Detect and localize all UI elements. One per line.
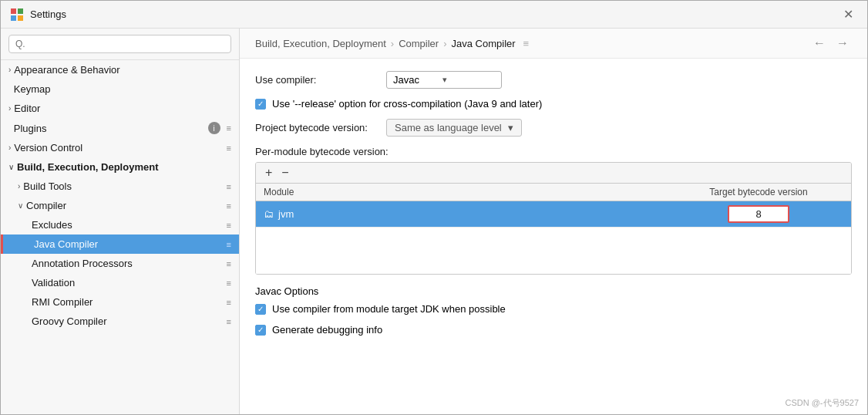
sidebar-item-label: Version Control [14, 142, 223, 154]
close-button[interactable]: ✕ [839, 5, 858, 23]
search-input[interactable] [8, 35, 231, 53]
sidebar-item-label: Keymap [14, 83, 231, 95]
table-header: Module Target bytecode version [256, 184, 851, 201]
sidebar-item-plugins[interactable]: Plugins i ≡ [1, 118, 239, 138]
cross-compile-row: ✓ Use '--release' option for cross-compi… [255, 98, 852, 110]
sidebar-item-java-compiler[interactable]: Java Compiler ≡ [1, 234, 239, 254]
watermark: CSDN @-代号9527 [785, 397, 859, 409]
window-title: Settings [30, 8, 66, 20]
compiler-select-dropdown[interactable]: Javac ▾ [386, 71, 502, 89]
sidebar-item-label: Compiler [26, 200, 224, 211]
add-row-button[interactable]: + [262, 166, 275, 180]
info-badge: i [208, 122, 220, 134]
settings-content: Use compiler: Javac ▾ ✓ Use '--release' … [240, 59, 867, 414]
javac-opt1-row: ✓ Use compiler from module target JDK wh… [255, 303, 852, 315]
svg-rect-2 [11, 15, 16, 21]
scroll-icon: ≡ [227, 201, 231, 211]
sidebar-item-keymap[interactable]: Keymap [1, 79, 239, 99]
scroll-icon: ≡ [227, 317, 231, 326]
main-panel: Build, Execution, Deployment › Compiler … [240, 29, 867, 414]
arrow-icon: › [8, 104, 11, 113]
breadcrumb-part-1: Build, Execution, Deployment [255, 38, 386, 49]
sidebar-item-label: Appearance & Behavior [14, 64, 231, 76]
table-body: 🗂 jvm 8 [256, 201, 851, 274]
compiler-select-value: Javac [393, 74, 419, 86]
use-compiler-label: Use compiler: [255, 74, 378, 86]
javac-opt2-label: Generate debugging info [272, 324, 382, 336]
sidebar-item-rmi-compiler[interactable]: RMI Compiler ≡ [1, 292, 239, 312]
sidebar-item-build-tools[interactable]: › Build Tools ≡ [1, 177, 239, 196]
sidebar-item-label: Build, Execution, Deployment [17, 161, 231, 173]
javac-opt1-checkbox[interactable]: ✓ [255, 304, 266, 315]
cross-compile-label: Use '--release' option for cross-compila… [272, 98, 542, 110]
javac-opt1-label: Use compiler from module target JDK when… [272, 303, 506, 315]
scroll-icon: ≡ [227, 259, 231, 268]
bytecode-version-label: Project bytecode version: [255, 122, 378, 133]
sidebar-item-compiler[interactable]: ∨ Compiler ≡ [1, 196, 239, 215]
breadcrumb-part-2: Compiler [399, 38, 439, 49]
module-folder-icon: 🗂 [264, 208, 274, 220]
cross-compile-checkbox[interactable]: ✓ [255, 99, 266, 110]
sidebar-item-excludes[interactable]: Excludes ≡ [1, 215, 239, 234]
dropdown-arrow-icon: ▾ [508, 122, 513, 133]
sidebar-item-editor[interactable]: › Editor [1, 99, 239, 118]
per-module-label: Per-module bytecode version: [255, 146, 389, 157]
sidebar-item-label: Excludes [32, 219, 224, 231]
table-row[interactable]: 🗂 jvm 8 [256, 201, 851, 228]
arrow-icon: › [8, 143, 11, 152]
arrow-icon: ∨ [8, 163, 14, 171]
app-icon [10, 8, 24, 22]
search-bar [1, 29, 239, 60]
use-compiler-row: Use compiler: Javac ▾ [255, 71, 852, 89]
remove-row-button[interactable]: − [278, 166, 291, 180]
scroll-icon: ≡ [227, 182, 231, 191]
sidebar-item-label: Groovy Compiler [32, 315, 224, 327]
table-toolbar: + − [256, 163, 851, 184]
scroll-icon: ≡ [227, 123, 231, 133]
sidebar-item-label: RMI Compiler [32, 296, 224, 308]
arrow-icon: ∨ [18, 201, 23, 210]
sidebar-item-validation[interactable]: Validation ≡ [1, 273, 239, 292]
javac-opt2-checkbox[interactable]: ✓ [255, 325, 266, 336]
bytecode-value[interactable]: 8 [728, 205, 789, 223]
scroll-icon: ≡ [227, 278, 231, 288]
bytecode-table: + − Module Target bytecode version 🗂 jvm [255, 162, 852, 275]
sidebar-item-version-control[interactable]: › Version Control ≡ [1, 138, 239, 157]
sidebar-item-appearance[interactable]: › Appearance & Behavior [1, 60, 239, 79]
bytecode-version-value: Same as language level [395, 122, 502, 133]
per-module-section: Per-module bytecode version: [255, 146, 852, 157]
sidebar-item-label: Build Tools [23, 181, 223, 192]
svg-rect-1 [18, 8, 23, 14]
breadcrumb-sep-2: › [443, 38, 446, 49]
arrow-icon: › [8, 66, 11, 74]
title-bar-left: Settings [10, 8, 66, 22]
sidebar-item-label: Validation [32, 277, 224, 288]
sidebar-item-build-execution[interactable]: ∨ Build, Execution, Deployment [1, 157, 239, 177]
sidebar-item-label: Java Compiler [34, 238, 224, 250]
main-content: › Appearance & Behavior Keymap › Editor … [1, 29, 867, 414]
settings-window: Settings ✕ › Appearance & Behavior Keyma… [0, 0, 868, 415]
svg-rect-3 [18, 15, 23, 21]
javac-section: Javac Options ✓ Use compiler from module… [255, 285, 852, 336]
scroll-icon: ≡ [227, 221, 231, 230]
forward-button[interactable]: → [833, 36, 852, 50]
javac-opt2-row: ✓ Generate debugging info [255, 324, 852, 336]
arrow-icon [8, 85, 11, 93]
breadcrumb-sep-1: › [391, 38, 394, 49]
breadcrumb-part-3: Java Compiler [452, 38, 516, 49]
svg-rect-0 [11, 8, 16, 14]
arrow-icon: › [18, 182, 20, 191]
sidebar-item-annotation-processors[interactable]: Annotation Processors ≡ [1, 254, 239, 273]
bytecode-version-dropdown[interactable]: Same as language level ▾ [386, 119, 522, 137]
scroll-icon: ≡ [227, 298, 231, 307]
sidebar-item-groovy-compiler[interactable]: Groovy Compiler ≡ [1, 312, 239, 331]
sidebar-item-label: Annotation Processors [32, 258, 224, 269]
breadcrumb-actions: ← → [810, 36, 852, 50]
title-bar: Settings ✕ [1, 1, 867, 29]
breadcrumb-bar: Build, Execution, Deployment › Compiler … [240, 29, 867, 59]
scroll-icon: ≡ [227, 143, 231, 153]
module-name: jvm [278, 208, 294, 220]
back-button[interactable]: ← [810, 36, 829, 50]
arrow-icon [8, 124, 11, 133]
col-module-header: Module [264, 187, 674, 197]
